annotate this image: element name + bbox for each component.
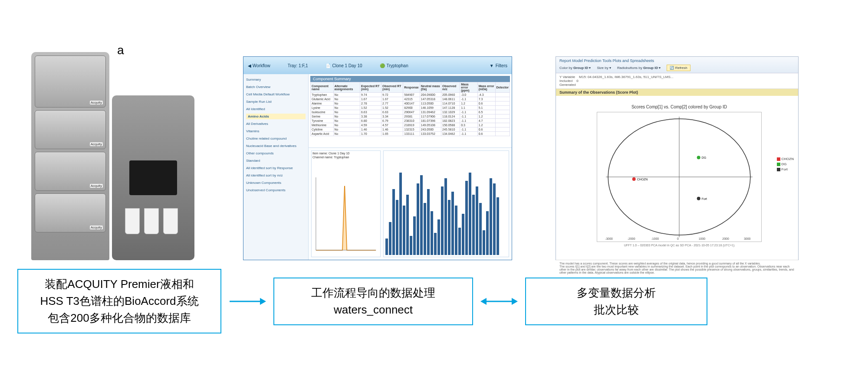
panel-ezinfo: Report Model Prediction Tools Plots and … bbox=[556, 56, 799, 260]
svg-marker-21 bbox=[480, 298, 487, 305]
table-section-header: Component Summary bbox=[310, 76, 510, 82]
instrument-image: a bbox=[26, 9, 200, 260]
sidebar-item[interactable]: Sample Run List bbox=[246, 99, 306, 105]
peak-item-label: Item name: Clone 1 Day 10 bbox=[312, 151, 380, 156]
svg-text:2000: 2000 bbox=[722, 237, 729, 240]
plot-footer: UFFT 1.0 – 020303 PCA model in QC as SD … bbox=[578, 244, 781, 247]
component-summary-table: Component Summary Component nameAlternat… bbox=[309, 74, 512, 148]
svg-text:DG: DG bbox=[702, 156, 706, 159]
summary-bar: Summary of the Observations (Score Plot) bbox=[556, 89, 798, 96]
ezinfo-screenshot: Report Model Prediction Tools Plots and … bbox=[556, 56, 799, 260]
vial-icon bbox=[125, 208, 140, 234]
workflow-sidebar: SummaryBatch OverviewCell Media Default … bbox=[243, 74, 309, 260]
figure-row: a bbox=[0, 0, 868, 265]
tray-label: Tray: 1:F,1 bbox=[288, 63, 308, 68]
caption-ezinfo: 多变量数据分析 批次比较 bbox=[525, 278, 707, 325]
score-plot-legend: CHOZNDGFort bbox=[777, 157, 794, 172]
lc-tower bbox=[31, 52, 109, 260]
svg-point-8 bbox=[697, 156, 700, 159]
workflow-button[interactable]: ◀ Workflow bbox=[248, 63, 270, 68]
sidebar-item[interactable]: All Derivatives bbox=[246, 121, 306, 127]
svg-text:-3000: -3000 bbox=[605, 237, 613, 240]
sidebar-item[interactable]: Batch Overview bbox=[246, 84, 306, 90]
sidebar-item[interactable]: Other compounds bbox=[246, 150, 306, 156]
table-row[interactable]: TryptophanNo9.749.72584907204.09000205.0… bbox=[311, 93, 510, 97]
filters-button[interactable]: ▼ Filters bbox=[490, 63, 507, 68]
component-label: Tryptophan bbox=[387, 63, 408, 68]
ezinfo-notes: The model has a scores component. These … bbox=[556, 260, 798, 276]
table-row[interactable]: LysineNo1.521.5282900146.1059147.11281.1… bbox=[311, 106, 510, 110]
svg-text:-2000: -2000 bbox=[628, 237, 635, 240]
table-row[interactable]: TyrosineNo6.806.79238310181.07398182.082… bbox=[311, 119, 510, 123]
sidebar-item[interactable]: Unobserved Components bbox=[246, 187, 306, 193]
caption-instrument: 装配ACQUITY Premier液相和 HSS T3色谱柱的BioAccord… bbox=[17, 269, 221, 333]
sidebar-item[interactable]: All identified sort by Response bbox=[246, 165, 306, 171]
sidebar-item[interactable]: All identified sort by m/z bbox=[246, 173, 306, 178]
vial-icon bbox=[163, 208, 178, 234]
peak-channel-label: Channel name: Tryptophan bbox=[312, 156, 380, 159]
ezinfo-ribbon: Report Model Prediction Tools Plots and … bbox=[556, 57, 798, 73]
svg-marker-20 bbox=[260, 298, 266, 305]
detector-screen-icon bbox=[129, 160, 177, 195]
table-row[interactable]: Glutamic AcidNo1.671.6742315147.05318148… bbox=[311, 97, 510, 101]
svg-marker-23 bbox=[512, 298, 518, 305]
table-row[interactable]: Aspartic AcidNo1.701.65133111133.0375213… bbox=[311, 132, 510, 136]
table-row[interactable]: IsoleucineNo6.636.63290647131.09462132.1… bbox=[311, 110, 510, 114]
sidebar-item[interactable]: Unknown Components bbox=[246, 180, 306, 186]
svg-text:Fort: Fort bbox=[702, 197, 707, 200]
svg-text:-1000: -1000 bbox=[651, 237, 659, 240]
ms-detector bbox=[112, 95, 194, 260]
panel-instrument: a bbox=[26, 9, 200, 260]
sidebar-item[interactable]: Vitamins bbox=[246, 128, 306, 134]
chromatogram-peak-chart: Item name: Clone 1 Day 10 Channel name: … bbox=[311, 150, 381, 257]
panel-software: ◀ Workflow Tray: 1:F,1 📄 Clone 1 Day 10 … bbox=[243, 56, 512, 260]
software-ribbon: ◀ Workflow Tray: 1:F,1 📄 Clone 1 Day 10 … bbox=[243, 57, 512, 74]
sidebar-item[interactable]: Choline related compound bbox=[246, 136, 306, 141]
vial-icon bbox=[144, 208, 159, 234]
sidebar-item[interactable]: Standard bbox=[246, 158, 306, 163]
sidebar-item[interactable]: Summary bbox=[246, 77, 306, 82]
svg-point-10 bbox=[697, 197, 700, 200]
svg-text:3000: 3000 bbox=[744, 237, 751, 240]
sidebar-item[interactable]: Cell Media Default Workflow bbox=[246, 92, 306, 97]
sidebar-item[interactable]: Amino Acids bbox=[246, 114, 306, 119]
arrow-double-icon bbox=[480, 295, 519, 308]
table-row[interactable]: MethionineNo4.594.57218919149.05108150.0… bbox=[311, 123, 510, 127]
refresh-button[interactable]: 🔄 Refresh bbox=[667, 65, 690, 71]
response-bar-chart bbox=[383, 150, 509, 257]
sample-label: Clone 1 Day 10 bbox=[332, 63, 362, 68]
table-row[interactable]: AlanineNo2.782.77400147113.0500114.07101… bbox=[311, 101, 510, 106]
svg-text:CHOZN: CHOZN bbox=[637, 178, 648, 181]
svg-point-6 bbox=[632, 177, 636, 181]
caption-software: 工作流程导向的数据处理 waters_connect bbox=[273, 278, 473, 325]
score-plot-title: Scores Comp[1] vs. Comp[2] colored by Gr… bbox=[578, 105, 781, 109]
pca-score-plot: CHOZN DG Fort -3000-2000-1000 0100020003… bbox=[597, 112, 762, 242]
sidebar-item[interactable]: All Identified bbox=[246, 106, 306, 112]
radioby-value: Group ID bbox=[643, 66, 658, 70]
table-row[interactable]: SerineNo3.383.3429381117.07906118.0124-1… bbox=[311, 114, 510, 119]
waters-connect-screenshot: ◀ Workflow Tray: 1:F,1 📄 Clone 1 Day 10 … bbox=[243, 56, 512, 260]
sidebar-item[interactable]: Nucleoacid Base and derivatives bbox=[246, 143, 306, 149]
svg-text:1000: 1000 bbox=[699, 237, 706, 240]
arrow-right-icon bbox=[228, 295, 267, 308]
svg-text:0: 0 bbox=[677, 237, 679, 240]
colorby-value: Group ID bbox=[573, 66, 588, 70]
table-row[interactable]: CytidineNo1.461.46132315243.0500245.5810… bbox=[311, 127, 510, 132]
